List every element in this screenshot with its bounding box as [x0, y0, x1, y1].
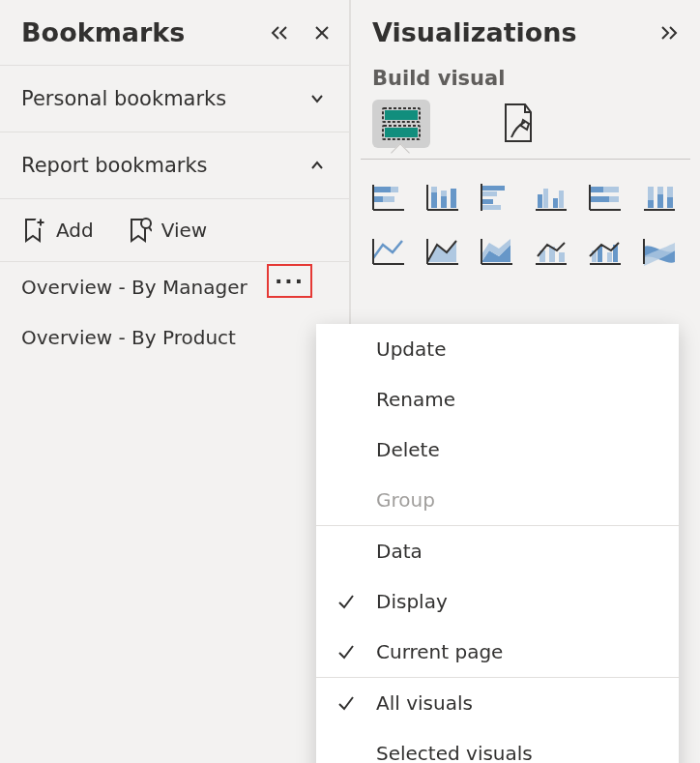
svg-rect-34: [590, 187, 603, 192]
svg-rect-19: [441, 196, 447, 208]
visualizations-title: Visualizations: [372, 17, 636, 47]
menu-delete[interactable]: Delete: [316, 425, 679, 475]
svg-rect-29: [538, 194, 542, 208]
svg-rect-24: [481, 186, 505, 191]
chevron-down-icon: [306, 88, 328, 109]
collapse-icon[interactable]: [270, 23, 289, 43]
svg-rect-26: [481, 199, 493, 204]
menu-update[interactable]: Update: [316, 324, 679, 374]
menu-group: Group: [316, 475, 679, 525]
mode-switcher: [351, 96, 700, 148]
bookmarks-header: Bookmarks: [0, 0, 349, 66]
100-stacked-bar-icon[interactable]: [585, 175, 626, 212]
bookmark-item-label: Overview - By Manager: [21, 276, 248, 299]
check-icon: [337, 643, 363, 660]
100-stacked-column-icon[interactable]: [639, 175, 680, 212]
svg-point-5: [141, 219, 151, 228]
stacked-bar-icon[interactable]: [368, 175, 409, 212]
svg-rect-17: [431, 192, 437, 208]
report-bookmarks-label: Report bookmarks: [21, 154, 306, 177]
svg-marker-49: [427, 241, 456, 262]
menu-display[interactable]: Display: [316, 576, 679, 627]
bookmarks-pane: Bookmarks Personal bookmarks Report book…: [0, 0, 351, 763]
more-options-button[interactable]: ···: [267, 264, 312, 298]
expand-icon[interactable]: [659, 23, 679, 43]
check-icon: [337, 694, 363, 712]
build-mode-button[interactable]: [372, 100, 430, 148]
menu-current-page[interactable]: Current page: [316, 627, 679, 677]
menu-rename[interactable]: Rename: [316, 374, 679, 425]
chevron-up-icon: [306, 155, 328, 176]
svg-rect-20: [441, 191, 447, 196]
svg-rect-37: [609, 196, 619, 202]
bookmark-view-icon: [127, 217, 152, 244]
svg-rect-27: [481, 205, 501, 210]
area-chart-icon[interactable]: [423, 229, 463, 266]
svg-rect-36: [590, 196, 609, 202]
report-bookmarks-section[interactable]: Report bookmarks: [0, 132, 349, 199]
svg-rect-21: [451, 189, 456, 208]
personal-bookmarks-label: Personal bookmarks: [21, 87, 306, 110]
format-icon: [498, 103, 537, 145]
format-mode-button[interactable]: [488, 100, 546, 148]
stacked-area-icon[interactable]: [477, 229, 517, 266]
bookmark-item[interactable]: Overview - By Manager ···: [0, 262, 349, 312]
view-label: View: [161, 219, 207, 242]
ribbon-chart-icon[interactable]: [639, 229, 680, 266]
line-stacked-column-icon[interactable]: [531, 229, 571, 266]
svg-rect-31: [553, 198, 558, 208]
svg-rect-14: [383, 196, 394, 202]
svg-rect-44: [667, 187, 673, 197]
add-bookmark-button[interactable]: Add: [21, 217, 94, 244]
bookmark-actions: Add View: [0, 199, 349, 262]
stacked-column-icon[interactable]: [423, 175, 463, 212]
bookmark-item[interactable]: Overview - By Product: [0, 312, 349, 363]
svg-rect-58: [559, 252, 565, 262]
bookmark-item-label: Overview - By Product: [21, 326, 236, 349]
check-icon: [337, 593, 363, 610]
close-icon[interactable]: [312, 23, 332, 43]
svg-rect-13: [373, 196, 383, 202]
add-label: Add: [56, 219, 94, 242]
svg-rect-35: [603, 187, 619, 192]
bookmarks-title: Bookmarks: [21, 17, 247, 47]
bookmark-context-menu: Update Rename Delete Group Data Display …: [316, 324, 679, 763]
svg-rect-8: [385, 110, 418, 120]
svg-line-6: [149, 227, 152, 231]
view-bookmark-button[interactable]: View: [127, 217, 207, 244]
line-chart-icon[interactable]: [368, 229, 409, 266]
visualizations-header: Visualizations: [351, 17, 700, 57]
clustered-bar-icon[interactable]: [477, 175, 517, 212]
svg-rect-25: [481, 191, 497, 196]
svg-rect-11: [373, 187, 391, 192]
visualization-gallery: [351, 148, 700, 266]
build-icon: [379, 104, 423, 143]
menu-selected-visuals[interactable]: Selected visuals: [316, 728, 679, 763]
svg-rect-42: [657, 187, 663, 194]
svg-rect-43: [657, 194, 663, 208]
menu-all-visuals[interactable]: All visuals: [316, 678, 679, 728]
svg-rect-10: [385, 128, 418, 137]
menu-data[interactable]: Data: [316, 526, 679, 576]
svg-rect-12: [391, 187, 398, 192]
svg-rect-45: [667, 197, 673, 208]
clustered-column-icon[interactable]: [531, 175, 571, 212]
svg-rect-62: [607, 252, 612, 262]
personal-bookmarks-section[interactable]: Personal bookmarks: [0, 66, 349, 132]
svg-rect-32: [559, 191, 564, 208]
svg-rect-18: [431, 187, 437, 192]
svg-rect-40: [648, 187, 654, 200]
build-visual-label: Build visual: [351, 57, 700, 96]
svg-rect-30: [543, 189, 548, 208]
line-clustered-column-icon[interactable]: [585, 229, 626, 266]
bookmark-add-icon: [21, 217, 46, 244]
svg-rect-41: [648, 200, 654, 208]
